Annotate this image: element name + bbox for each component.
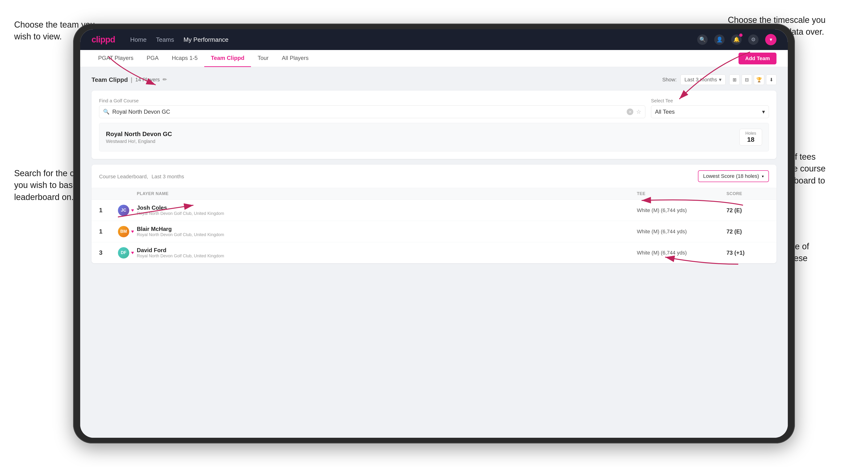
add-team-button[interactable]: Add Team [739, 53, 776, 64]
score-1: 72 (E) [726, 207, 769, 214]
course-result-location: Westward Ho!, England [106, 139, 172, 144]
course-result-name: Royal North Devon GC [106, 130, 172, 138]
player-club-3: Royal North Devon Golf Club, United King… [137, 253, 637, 258]
tee-2: White (M) (6,744 yds) [637, 228, 726, 235]
avatar-btn[interactable]: ▾ [765, 34, 776, 45]
heart-icon-1: ♥ [131, 208, 134, 213]
player-avatar-2: BM [118, 226, 129, 237]
team-name: Team Clippd [92, 76, 128, 84]
score-3: 73 (+1) [726, 250, 769, 256]
player-count: 14 Players [135, 76, 160, 83]
course-search-field: Find a Golf Course 🔍 ✕ ☆ [99, 98, 645, 118]
chevron-down-icon: ▾ [719, 76, 721, 83]
tab-all-players[interactable]: All Players [275, 50, 315, 67]
title-separator: | [131, 76, 132, 84]
leaderboard-title: Course Leaderboard, Last 3 months [99, 173, 184, 180]
search-icon-btn[interactable]: 🔍 [697, 34, 708, 45]
leaderboard-table: PLAYER NAME TEE SCORE 1 JC ♥ [92, 188, 776, 263]
table-row: 1 BM ♥ Blair McHarg Royal North Devon Go… [92, 221, 776, 242]
show-label: Show: [662, 76, 677, 83]
heart-icon-2: ♥ [131, 229, 134, 234]
search-section: Find a Golf Course 🔍 ✕ ☆ Select Tee All … [92, 91, 776, 159]
team-header: Team Clippd | 14 Players ✏ Show: Last 3 … [92, 74, 776, 85]
player-name-2: Blair McHarg [137, 226, 637, 232]
rank-1: 1 [99, 207, 118, 214]
show-value: Last 3 months [684, 76, 717, 83]
tee-1: White (M) (6,744 yds) [637, 207, 726, 214]
col-score: SCORE [726, 191, 769, 196]
find-course-label: Find a Golf Course [99, 98, 645, 103]
player-avatar-3: DF [118, 247, 129, 258]
bell-icon-btn[interactable]: 🔔 [731, 34, 742, 45]
player-avatar-1: JC [118, 205, 129, 216]
course-result-info: Royal North Devon GC Westward Ho!, Engla… [106, 130, 172, 144]
view-icons: ⊞ ⊟ 🏆 ⬇ [729, 74, 776, 85]
col-rank [99, 191, 118, 196]
nav-logo: clippd [92, 35, 115, 44]
course-search-input-wrap: 🔍 ✕ ☆ [99, 105, 645, 118]
tab-hcaps[interactable]: Hcaps 1-5 [165, 50, 204, 67]
leaderboard-section: Course Leaderboard, Last 3 months Lowest… [92, 165, 776, 263]
sub-navbar: PGAT Players PGA Hcaps 1-5 Team Clippd T… [80, 50, 788, 67]
trophy-view-btn[interactable]: 🏆 [754, 74, 764, 85]
leaderboard-header: Course Leaderboard, Last 3 months Lowest… [92, 165, 776, 188]
tab-pgat-players[interactable]: PGAT Players [92, 50, 140, 67]
search-icon: 🔍 [103, 109, 110, 115]
tee-value: All Tees [655, 108, 675, 115]
tab-team-clippd[interactable]: Team Clippd [204, 50, 251, 67]
tee-chevron-icon: ▾ [762, 108, 765, 115]
score-2: 72 (E) [726, 228, 769, 235]
grid2-view-btn[interactable]: ⊟ [742, 74, 752, 85]
rank-3: 3 [99, 249, 118, 256]
score-select-dropdown[interactable]: Lowest Score (18 holes) ▾ [698, 170, 769, 182]
player-name-3: David Ford [137, 247, 637, 253]
tablet-screen: clippd Home Teams My Performance 🔍 👤 🔔 ⚙… [80, 29, 788, 438]
tee-select-field: Select Tee All Tees ▾ [651, 98, 769, 118]
show-dropdown[interactable]: Last 3 months ▾ [680, 74, 725, 85]
search-row: Find a Golf Course 🔍 ✕ ☆ Select Tee All … [99, 98, 769, 118]
people-icon-btn[interactable]: 👤 [714, 34, 724, 45]
course-search-input[interactable] [112, 108, 624, 115]
show-control: Show: Last 3 months ▾ ⊞ ⊟ 🏆 ⬇ [662, 74, 776, 85]
player-club-1: Royal North Devon Golf Club, United King… [137, 211, 637, 216]
tab-pga[interactable]: PGA [140, 50, 165, 67]
player-name-1: Josh Coles [137, 205, 637, 211]
nav-links: Home Teams My Performance [130, 36, 686, 43]
holes-badge: Holes 18 [739, 129, 762, 146]
player-club-2: Royal North Devon Golf Club, United King… [137, 232, 637, 237]
score-select-text: Lowest Score (18 holes) [703, 173, 759, 179]
rank-2: 1 [99, 228, 118, 235]
navbar: clippd Home Teams My Performance 🔍 👤 🔔 ⚙… [80, 29, 788, 50]
holes-label: Holes [745, 131, 756, 136]
course-result[interactable]: Royal North Devon GC Westward Ho!, Engla… [99, 123, 769, 151]
col-avatar [118, 191, 137, 196]
tee-3: White (M) (6,744 yds) [637, 250, 726, 256]
score-select-chevron-icon: ▾ [762, 174, 764, 179]
tablet-frame: clippd Home Teams My Performance 🔍 👤 🔔 ⚙… [73, 24, 795, 443]
team-title-area: Team Clippd | 14 Players ✏ [92, 76, 167, 84]
star-icon[interactable]: ☆ [636, 108, 641, 115]
nav-icons: 🔍 👤 🔔 ⚙ ▾ [697, 34, 776, 45]
table-row: 1 JC ♥ Josh Coles Royal North Devon Golf… [92, 200, 776, 221]
edit-icon[interactable]: ✏ [162, 76, 167, 83]
clear-search-button[interactable]: ✕ [627, 108, 633, 115]
heart-icon-3: ♥ [131, 250, 134, 255]
main-content: Team Clippd | 14 Players ✏ Show: Last 3 … [80, 67, 788, 438]
nav-link-home[interactable]: Home [130, 36, 147, 43]
col-tee: TEE [637, 191, 726, 196]
tee-dropdown[interactable]: All Tees ▾ [651, 105, 769, 118]
select-tee-label: Select Tee [651, 98, 769, 103]
table-row: 3 DF ♥ David Ford Royal North Devon Golf… [92, 242, 776, 263]
grid-view-btn[interactable]: ⊞ [729, 74, 740, 85]
download-btn[interactable]: ⬇ [766, 74, 776, 85]
col-player-name: PLAYER NAME [137, 191, 637, 196]
nav-link-teams[interactable]: Teams [156, 36, 174, 43]
tab-tour[interactable]: Tour [251, 50, 275, 67]
nav-link-my-performance[interactable]: My Performance [184, 36, 228, 43]
holes-value: 18 [745, 136, 756, 144]
settings-icon-btn[interactable]: ⚙ [748, 34, 758, 45]
